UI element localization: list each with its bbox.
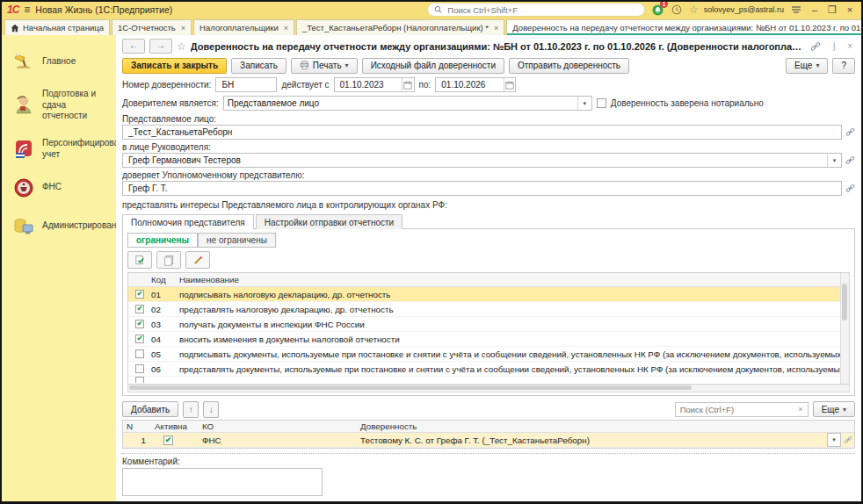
tab-close-icon[interactable]: × bbox=[494, 24, 498, 32]
user-email[interactable]: solovyev_ps@astral.ru bbox=[704, 5, 784, 14]
trustee-field[interactable] bbox=[122, 181, 842, 196]
close-window-icon[interactable]: × bbox=[844, 5, 856, 15]
send-poa-button[interactable]: Отправить доверенность bbox=[509, 58, 629, 74]
chevron-down-icon[interactable]: ▾ bbox=[577, 97, 591, 110]
power-checkbox[interactable] bbox=[135, 364, 144, 373]
move-up-icon[interactable]: ↑ bbox=[183, 401, 199, 418]
check-all-button[interactable] bbox=[127, 251, 152, 269]
represented-input[interactable] bbox=[127, 126, 838, 138]
column-name: Наименование bbox=[179, 275, 841, 284]
table-more-button[interactable]: Еще ▾ bbox=[813, 401, 855, 417]
tab-report-sending-settings[interactable]: Настройки отправки отчетности bbox=[256, 214, 403, 229]
global-search-input[interactable] bbox=[446, 4, 638, 16]
tab-taxpayers[interactable]: Налогоплательщики × bbox=[193, 19, 294, 35]
open-link-icon[interactable] bbox=[845, 155, 855, 165]
power-checkbox[interactable]: ✔ bbox=[135, 305, 144, 313]
principal-select[interactable]: Представляемое лицо ▾ bbox=[223, 96, 592, 111]
active-checkbox[interactable]: ✔ bbox=[163, 436, 173, 445]
history-icon[interactable] bbox=[670, 3, 684, 17]
valid-to-input[interactable] bbox=[439, 79, 503, 90]
power-checkbox[interactable]: ✔ bbox=[135, 320, 144, 328]
power-row[interactable]: ✔ 01 подписывать налоговую декларацию, д… bbox=[128, 287, 841, 302]
trustee-input[interactable] bbox=[127, 183, 838, 194]
power-checkbox[interactable] bbox=[135, 349, 144, 358]
number-field[interactable] bbox=[215, 77, 277, 92]
service-menu-icon[interactable] bbox=[789, 3, 803, 17]
power-code: 04 bbox=[151, 335, 179, 344]
authority-row[interactable]: 1 ✔ ФНС Тестовому К. С. от Грефа Г. Т. (… bbox=[123, 433, 854, 448]
sidebar-item-fns[interactable]: ФНС bbox=[2, 169, 116, 207]
valid-from-input[interactable] bbox=[338, 79, 402, 90]
tab-poa-document[interactable]: Доверенность на передачу отчетности межд… bbox=[506, 19, 863, 35]
move-down-icon[interactable]: ↓ bbox=[203, 401, 219, 418]
power-checkbox[interactable]: ✔ bbox=[135, 290, 144, 299]
tab-taxpayer-card[interactable]: _Тест_КастаньетаРеборн (Налогоплательщик… bbox=[296, 19, 504, 35]
invert-check-button[interactable] bbox=[185, 251, 210, 269]
notification-badge: 1 bbox=[660, 0, 668, 8]
valid-from-field[interactable] bbox=[334, 77, 415, 92]
favorite-star-icon[interactable]: ☆ bbox=[177, 41, 186, 52]
sidebar-item-main[interactable]: Главное bbox=[2, 42, 116, 81]
power-row[interactable]: 06 представлять документы, используемые … bbox=[128, 362, 841, 377]
powers-limited-toggle[interactable]: ограничены bbox=[127, 233, 198, 248]
splitter[interactable] bbox=[122, 453, 855, 454]
chevron-down-icon[interactable]: ▾ bbox=[827, 433, 841, 447]
sidebar-item-personified-accounting[interactable]: Персонифицированный учет bbox=[2, 130, 116, 169]
powers-table-header: Код Наименование bbox=[128, 273, 841, 287]
add-row-button[interactable]: Добавить bbox=[122, 401, 178, 417]
power-checkbox[interactable]: ✔ bbox=[135, 335, 144, 343]
clear-search-icon[interactable]: × bbox=[796, 405, 804, 414]
source-file-button[interactable]: Исходный файл доверенности bbox=[362, 58, 504, 74]
in-person-field[interactable]: ▾ bbox=[122, 153, 842, 168]
help-button[interactable]: ? bbox=[832, 58, 855, 74]
1c-logo-icon: 1С bbox=[7, 4, 18, 16]
vertical-scrollbar[interactable] bbox=[840, 273, 849, 384]
comment-textarea[interactable] bbox=[122, 468, 323, 496]
power-row[interactable]: ✔ 04 вносить изменения в документы налог… bbox=[128, 332, 841, 347]
in-person-input[interactable] bbox=[127, 155, 827, 166]
power-code: 01 bbox=[151, 290, 179, 299]
minimize-icon[interactable]: – bbox=[809, 5, 821, 15]
more-button[interactable]: Еще ▾ bbox=[786, 58, 828, 74]
save-button[interactable]: Записать bbox=[231, 58, 286, 74]
tab-home[interactable]: Начальная страница bbox=[4, 19, 110, 35]
open-link-icon[interactable] bbox=[845, 184, 855, 193]
tab-close-icon[interactable]: × bbox=[181, 24, 185, 32]
notarized-checkbox[interactable] bbox=[597, 98, 606, 108]
power-row[interactable]: 05 подписывать документы, используемые п… bbox=[128, 347, 841, 362]
get-link-icon[interactable] bbox=[808, 41, 823, 52]
represented-field[interactable] bbox=[122, 125, 842, 140]
open-link-icon[interactable] bbox=[845, 127, 855, 137]
calendar-icon[interactable] bbox=[504, 78, 516, 91]
global-search-box[interactable] bbox=[427, 3, 645, 17]
maximize-icon[interactable]: ❒ bbox=[826, 5, 838, 15]
powers-table: Код Наименование ✔ 01 подписывать налого… bbox=[127, 272, 850, 385]
main-menu-icon[interactable]: ≡ bbox=[24, 4, 30, 15]
favorites-star-icon[interactable]: ☆ bbox=[689, 4, 699, 15]
number-input[interactable] bbox=[220, 79, 272, 90]
open-link-icon[interactable] bbox=[844, 436, 852, 444]
valid-to-field[interactable] bbox=[435, 77, 516, 92]
chevron-down-icon[interactable]: ▾ bbox=[827, 154, 841, 167]
power-row[interactable]: ✔ 03 получать документы в инспекции ФНС … bbox=[128, 317, 841, 332]
sidebar-item-report-preparation[interactable]: Подготовка и сдача отчетности bbox=[2, 81, 116, 130]
table-search-box[interactable]: × bbox=[675, 402, 809, 417]
calendar-icon[interactable] bbox=[402, 78, 414, 91]
tab-1c-reporting[interactable]: 1С-Отчетность × bbox=[112, 19, 192, 35]
tab-close-icon[interactable]: × bbox=[284, 24, 288, 32]
uncheck-all-button[interactable] bbox=[156, 251, 181, 269]
sidebar-item-administration[interactable]: Администрирование bbox=[2, 207, 116, 246]
tab-representative-powers[interactable]: Полномочия представителя bbox=[122, 214, 254, 229]
back-button[interactable]: ← bbox=[122, 39, 145, 54]
power-row[interactable]: ✔ 02 представлять налоговую декларацию, … bbox=[128, 302, 841, 317]
forward-button[interactable]: → bbox=[149, 39, 172, 54]
horizontal-scrollbar[interactable] bbox=[127, 385, 850, 392]
pin-icon[interactable]: ❘ bbox=[828, 41, 840, 51]
powers-unlimited-toggle[interactable]: не ограничены bbox=[198, 233, 276, 248]
print-button[interactable]: Печать ▾ bbox=[291, 58, 358, 74]
valid-to-label: по: bbox=[419, 80, 432, 90]
close-form-icon[interactable]: × bbox=[845, 41, 855, 51]
notifications-icon[interactable]: 1 bbox=[650, 3, 664, 17]
table-search-input[interactable] bbox=[678, 404, 797, 415]
save-and-close-button[interactable]: Записать и закрыть bbox=[122, 58, 227, 74]
